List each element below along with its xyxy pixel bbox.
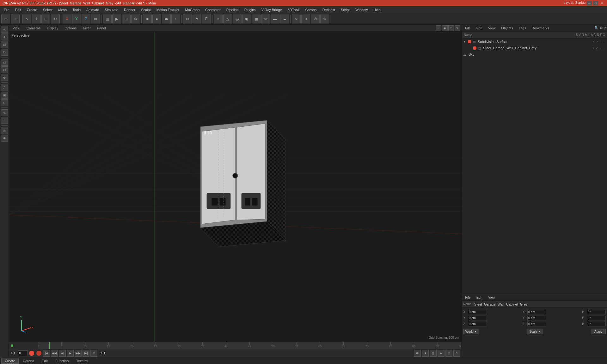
flag-icon-0-3[interactable]: ·: [603, 40, 606, 43]
bottom-tab-create[interactable]: Create: [1, 358, 19, 364]
add-keyframe-btn[interactable]: ⊕: [414, 350, 421, 357]
current-frame-input[interactable]: [18, 350, 28, 356]
menu-item-3dtoall[interactable]: 3DToAll: [285, 7, 302, 13]
minimize-button[interactable]: ─: [587, 1, 592, 5]
record-button[interactable]: [29, 351, 34, 356]
play-forward-button[interactable]: ▶▶: [75, 350, 82, 357]
flag-icon-1-1[interactable]: ✓: [596, 46, 599, 50]
apply-button[interactable]: Apply: [591, 329, 606, 334]
pin-tool-toolbar-btn[interactable]: ∅: [311, 15, 320, 23]
poly-sb-sidebar-btn[interactable]: ◻: [1, 59, 8, 66]
world-space-toolbar-btn[interactable]: ⊕: [91, 15, 100, 23]
om-menu-view[interactable]: View: [486, 26, 498, 31]
menu-item-create[interactable]: Create: [24, 7, 40, 13]
menu-item-render[interactable]: Render: [121, 7, 138, 13]
lasso-tool-toolbar-btn[interactable]: ∿: [292, 15, 301, 23]
viewport-tab-panel[interactable]: Panel: [95, 26, 108, 31]
maximize-button[interactable]: □: [593, 1, 598, 5]
extrude-tool-toolbar-btn[interactable]: E: [202, 15, 211, 23]
bottom-tab-texture[interactable]: Texture: [73, 358, 91, 364]
menu-item-edit[interactable]: Edit: [13, 7, 24, 13]
boolean-tool-toolbar-btn[interactable]: ⊗: [183, 15, 192, 23]
scale-sb-sidebar-btn[interactable]: ⊡: [1, 41, 8, 48]
flag-icon-0-1[interactable]: ✓: [596, 40, 599, 43]
timeline-range[interactable]: 051015202530354045505560657075808590: [38, 342, 461, 349]
z-position-input[interactable]: [468, 322, 487, 326]
rotate-sb-sidebar-btn[interactable]: ↻: [1, 49, 8, 56]
p-rotation-input[interactable]: [587, 316, 606, 320]
array-tool-toolbar-btn[interactable]: A: [193, 15, 201, 23]
snap-sb-sidebar-btn[interactable]: ◎: [1, 127, 8, 134]
flag-icon-0-0[interactable]: ✓: [592, 40, 595, 43]
x-rotation-input[interactable]: [527, 310, 546, 314]
flag-icon-1-0[interactable]: ✓: [592, 46, 595, 50]
menu-item-pipeline[interactable]: Pipeline: [224, 7, 241, 13]
viewport[interactable]: Perspective: [9, 32, 462, 342]
go-to-start-button[interactable]: |◀: [43, 350, 50, 357]
menu-item-animate[interactable]: Animate: [84, 7, 101, 13]
menu-item-mograph[interactable]: MoGraph: [182, 7, 202, 13]
texture-tool-toolbar-btn[interactable]: ▦: [252, 15, 261, 23]
undo-toolbar-btn[interactable]: ↩: [1, 15, 10, 23]
sky-tool-toolbar-btn[interactable]: ☁: [280, 15, 289, 23]
paint-tool-toolbar-btn[interactable]: ✎: [320, 15, 329, 23]
menu-item-select[interactable]: Select: [40, 7, 55, 13]
cube-tool-toolbar-btn[interactable]: ■: [143, 15, 152, 23]
select-mode-toolbar-btn[interactable]: ↖: [22, 15, 31, 23]
expand-icon-0[interactable]: ▼: [463, 40, 466, 43]
close-button[interactable]: ✕: [599, 1, 604, 5]
step-back-button[interactable]: ◀: [59, 350, 66, 357]
add-tool-toolbar-btn[interactable]: +: [171, 15, 180, 23]
menu-item-window[interactable]: Window: [353, 7, 370, 13]
om-menu-bookmarks[interactable]: Bookmarks: [530, 26, 551, 31]
go-to-end-button[interactable]: ▶|: [83, 350, 89, 357]
prev-key-button[interactable]: ◀◀: [51, 350, 58, 357]
render-region-toolbar-btn[interactable]: ▥: [103, 15, 112, 23]
rotate-mode-toolbar-btn[interactable]: ↻: [51, 15, 60, 23]
menu-item-redshift[interactable]: Redshift: [320, 7, 338, 13]
viewport-tab-view[interactable]: View: [10, 26, 23, 31]
viewport-tab-cameras[interactable]: Cameras: [24, 26, 43, 31]
object-list-item-0[interactable]: ▼⊞Subdivision Surface✓✓··: [462, 39, 607, 45]
sphere-tool-toolbar-btn[interactable]: ●: [152, 15, 161, 23]
scale-button[interactable]: Scale ▼: [527, 329, 543, 334]
cylinder-tool-toolbar-btn[interactable]: ⬬: [162, 15, 171, 23]
viewport-frame-icon[interactable]: □: [448, 25, 454, 31]
menu-item-simulate[interactable]: Simulate: [102, 7, 121, 13]
world-button[interactable]: World ▼: [463, 329, 479, 334]
h-rotation-input[interactable]: [587, 310, 606, 314]
light-tool-toolbar-btn[interactable]: △: [223, 15, 232, 23]
menu-item-corona[interactable]: Corona: [303, 7, 319, 13]
move-mode-toolbar-btn[interactable]: ✛: [32, 15, 41, 23]
flag-icon-0-2[interactable]: ·: [599, 40, 602, 43]
menu-item-sculpt[interactable]: Sculpt: [138, 7, 153, 13]
object-list-item-1[interactable]: ◻Steel_Garage_Wall_Cabinet_Grey✓✓··: [462, 45, 607, 51]
render-settings-toolbar-btn[interactable]: ⚙: [131, 15, 140, 23]
y-position-input[interactable]: [468, 316, 487, 320]
menu-item-script[interactable]: Script: [338, 7, 352, 13]
viewport-edit-icon[interactable]: ✎: [455, 25, 460, 31]
magnet-sb-sidebar-btn[interactable]: ∪: [1, 99, 8, 106]
knife-sb-sidebar-btn[interactable]: ∕: [1, 84, 8, 91]
move-sb-sidebar-btn[interactable]: ✛: [1, 33, 8, 40]
edge-sb-sidebar-btn[interactable]: ⊟: [1, 66, 8, 73]
viewport-tab-display[interactable]: Display: [44, 26, 61, 31]
material-tool-toolbar-btn[interactable]: ◉: [242, 15, 251, 23]
y-scale-input[interactable]: [527, 316, 546, 320]
search-icon[interactable]: 🔍: [594, 26, 599, 30]
scale-mode-toolbar-btn[interactable]: ⊡: [41, 15, 50, 23]
help-icon[interactable]: ?: [604, 26, 606, 30]
prop-menu-view[interactable]: View: [486, 295, 498, 300]
menu-item-mesh[interactable]: Mesh: [56, 7, 69, 13]
camera-tool-toolbar-btn[interactable]: ○: [214, 15, 223, 23]
om-menu-tags[interactable]: Tags: [517, 26, 528, 31]
menu-item-plugins[interactable]: Plugins: [242, 7, 258, 13]
loop-button[interactable]: ⟳: [90, 350, 97, 357]
x-axis-toolbar-btn[interactable]: X: [63, 15, 71, 23]
deformer-tool-toolbar-btn[interactable]: ≋: [261, 15, 270, 23]
menu-item-file[interactable]: File: [1, 7, 12, 13]
magnet-tool-toolbar-btn[interactable]: ∪: [301, 15, 310, 23]
animate-btn[interactable]: ▸: [438, 350, 445, 357]
menu-item-character[interactable]: Character: [203, 7, 223, 13]
motion-path-btn[interactable]: ◎: [430, 350, 437, 357]
